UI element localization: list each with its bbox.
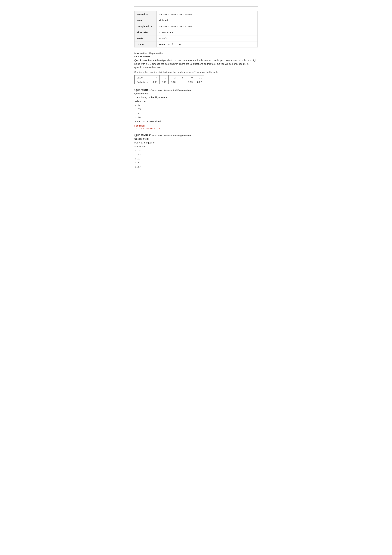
dist-header-cell: 9 <box>186 75 195 80</box>
summary-value: 100.00 out of 100.00 <box>157 41 258 47</box>
summary-value: Sunday, 17 May 2020, 3:47 PM <box>157 23 258 29</box>
answer-option: e. can not be determined <box>134 119 258 124</box>
answer-option: e. .63 <box>134 165 258 169</box>
question-section: Question 2CorrectMark 1.00 out of 1.00 F… <box>134 133 258 169</box>
info-flag-label: Flag question <box>149 52 164 55</box>
summary-value: 3 mins 8 secs <box>157 29 258 36</box>
highlighted-answer: c. .22 <box>135 112 141 115</box>
dist-cell: 0.08 <box>150 80 159 84</box>
question-text: The missing probability value is: <box>134 96 258 99</box>
answer-option: b. .05 <box>134 107 258 111</box>
select-one-label: Select one: <box>134 145 258 148</box>
dist-header-cell: 0 <box>159 75 169 80</box>
highlighted-answer: d. .37 <box>135 161 141 164</box>
quiz-instructions: Quiz Instructions: All multiple choice a… <box>134 58 258 69</box>
dist-cell: 0.13 <box>159 80 169 84</box>
feedback-text: The correct answer is: .22 <box>134 127 258 130</box>
dist-cell: 0.19 <box>186 80 195 84</box>
instructions-bold: Quiz Instructions: <box>134 59 155 62</box>
questions-container: Question 1CorrectMark 1.00 out of 1.00 F… <box>134 88 258 169</box>
answer-option: a. .14 <box>134 103 258 107</box>
summary-label: State <box>135 17 157 23</box>
question-flag-label: Flag question <box>177 134 191 137</box>
question-text: P(Y < 3) is equal to: <box>134 141 258 145</box>
question-meta: CorrectMark 1.00 out of 1.00 <box>151 134 177 137</box>
question-flag-label: Flag question <box>177 89 191 91</box>
summary-table: Started onSunday, 17 May 2020, 3:44 PMSt… <box>134 11 258 47</box>
select-one-label: Select one: <box>134 100 258 103</box>
dist-header-cell: 11 <box>195 75 204 80</box>
summary-value: 20.00/20.00 <box>157 36 258 41</box>
question-number: Question 1 <box>134 88 151 92</box>
question-header: Question 1CorrectMark 1.00 out of 1.00 F… <box>134 88 258 92</box>
dist-header-cell: -4 <box>150 75 159 80</box>
feedback-label: Feedback <box>134 124 258 127</box>
answer-option: d. .37 <box>134 161 258 165</box>
dist-cell: 0.22 <box>195 80 204 84</box>
info-header: Information Flag question <box>134 52 258 55</box>
dist-header-cell: 6 <box>178 75 186 80</box>
dist-intro: For items 1-4, use the distribution of t… <box>134 71 258 74</box>
summary-label: Time taken <box>135 29 157 36</box>
question-subheader: Question text <box>134 92 258 95</box>
question-subheader: Question text <box>134 138 258 140</box>
info-subheader: Information text <box>134 55 258 58</box>
answer-option: d. .18 <box>134 115 258 119</box>
summary-value: Sunday, 17 May 2020, 3:44 PM <box>157 11 258 17</box>
answer-option: c. .21 <box>134 157 258 161</box>
distribution-table: Value-4026911Probability0.080.130.160.19… <box>134 75 204 84</box>
summary-label: Started on <box>135 11 157 17</box>
dist-cell: Probability <box>135 80 150 84</box>
summary-label: Marks <box>135 36 157 41</box>
dist-header-cell: 2 <box>169 75 178 80</box>
question-section: Question 1CorrectMark 1.00 out of 1.00 F… <box>134 88 258 130</box>
dist-cell: 0.16 <box>169 80 178 84</box>
summary-label: Grade <box>135 41 157 47</box>
summary-value: Finished <box>157 17 258 23</box>
info-section: Information Flag question Information te… <box>134 52 258 84</box>
dist-header-cell: Value <box>135 75 150 80</box>
question-meta: CorrectMark 1.00 out of 1.00 <box>151 89 177 91</box>
summary-label: Completed on <box>135 23 157 29</box>
answer-option: b. .13 <box>134 153 258 157</box>
answer-option: a. .08 <box>134 148 258 153</box>
info-section-label: Information <box>134 52 148 55</box>
question-header: Question 2CorrectMark 1.00 out of 1.00 F… <box>134 133 258 137</box>
question-number: Question 2 <box>134 133 151 137</box>
top-divider <box>134 6 258 7</box>
answer-option: c. .22 <box>134 111 258 116</box>
dist-cell <box>178 80 186 84</box>
